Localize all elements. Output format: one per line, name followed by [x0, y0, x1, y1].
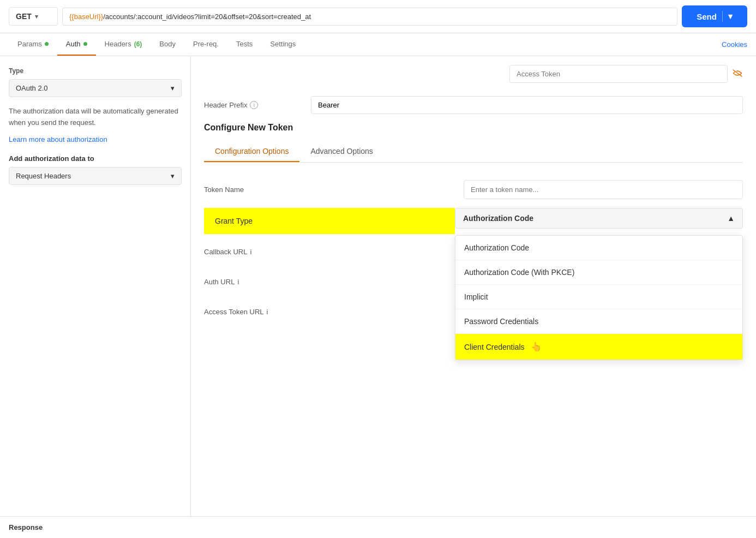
body-label: Body: [159, 40, 176, 48]
callback-url-info-icon[interactable]: i: [250, 248, 251, 256]
access-token-url-label: Access Token URL i: [204, 303, 455, 316]
access-token-input[interactable]: [509, 65, 728, 83]
url-path: /accounts/:account_id/videos?limit=20&of…: [103, 13, 311, 21]
dropdown-item-auth-code-pkce[interactable]: Authorization Code (With PKCE): [455, 260, 742, 285]
grant-type-select[interactable]: Authorization Code ▲: [455, 208, 743, 229]
add-auth-chevron-icon: ▾: [171, 172, 175, 180]
tabs-bar: Params Auth Headers (6) Body Pre-req. Te…: [0, 33, 756, 56]
tab-body[interactable]: Body: [151, 33, 184, 56]
auth-dot: [83, 42, 87, 46]
cookies-link[interactable]: Cookies: [722, 40, 747, 49]
dropdown-item-implicit[interactable]: Implicit: [455, 285, 742, 309]
header-prefix-input[interactable]: [311, 96, 743, 114]
tab-headers[interactable]: Headers (6): [96, 33, 151, 56]
configure-title: Configure New Token: [204, 123, 743, 133]
header-prefix-row: Header Prefix i: [204, 92, 743, 123]
response-label: Response: [9, 523, 43, 531]
dropdown-item-auth-code[interactable]: Authorization Code: [455, 236, 742, 260]
send-button[interactable]: Send ▾: [682, 5, 747, 27]
cursor-hand-icon: 👆: [531, 342, 542, 351]
dropdown-item-password-credentials[interactable]: Password Credentials: [455, 309, 742, 334]
tab-configuration-options[interactable]: Configuration Options: [204, 141, 299, 162]
send-label: Send: [697, 12, 717, 21]
auth-url-label: Auth URL i: [204, 273, 455, 286]
auth-label: Auth: [66, 40, 81, 48]
type-select[interactable]: OAuth 2.0 ▾: [9, 79, 182, 97]
callback-url-label: Callback URL i: [204, 243, 455, 256]
url-base: {{baseUrl}}: [69, 13, 103, 21]
tab-tests[interactable]: Tests: [227, 33, 261, 56]
response-bar: Response: [0, 516, 756, 538]
token-name-label: Token Name: [204, 186, 455, 194]
right-panel: Header Prefix i Configure New Token Conf…: [191, 56, 756, 531]
tab-settings[interactable]: Settings: [261, 33, 304, 56]
tab-advanced-options[interactable]: Advanced Options: [299, 141, 383, 162]
add-auth-value: Request Headers: [16, 172, 71, 180]
type-chevron-icon: ▾: [171, 84, 175, 92]
params-dot: [45, 42, 49, 46]
url-bar: GET ▾ {{baseUrl}}/accounts/:account_id/v…: [0, 0, 756, 33]
tab-auth[interactable]: Auth: [57, 33, 96, 56]
grant-type-dropdown-container: Authorization Code ▲ Authorization Code …: [455, 208, 743, 234]
prereq-label: Pre-req.: [193, 40, 219, 48]
config-options-label: Configuration Options: [215, 147, 289, 156]
auth-description: The authorization data will be automatic…: [9, 106, 182, 129]
token-name-input[interactable]: [464, 180, 743, 199]
add-auth-select[interactable]: Request Headers ▾: [9, 167, 182, 185]
method-select[interactable]: GET ▾: [9, 7, 58, 26]
advanced-options-label: Advanced Options: [310, 147, 373, 156]
main-content: Type OAuth 2.0 ▾ The authorization data …: [0, 56, 756, 531]
params-label: Params: [17, 40, 42, 48]
type-label: Type: [9, 67, 182, 75]
header-prefix-info-icon[interactable]: i: [250, 101, 258, 109]
grant-type-value: Authorization Code: [463, 214, 533, 223]
send-divider: [722, 11, 723, 22]
learn-more-link[interactable]: Learn more about authorization: [9, 135, 182, 144]
method-label: GET: [16, 12, 32, 21]
left-sidebar: Type OAuth 2.0 ▾ The authorization data …: [0, 56, 191, 531]
auth-url-info-icon[interactable]: i: [237, 278, 239, 286]
header-prefix-label: Header Prefix i: [204, 101, 302, 109]
config-tabs: Configuration Options Advanced Options: [204, 141, 743, 163]
tab-params[interactable]: Params: [9, 33, 57, 56]
send-chevron-icon: ▾: [728, 11, 733, 21]
token-name-row: Token Name: [204, 174, 743, 206]
tab-prereq[interactable]: Pre-req.: [184, 33, 227, 56]
grant-type-row: Grant Type Authorization Code ▲ Authoriz…: [204, 208, 743, 234]
settings-label: Settings: [270, 40, 296, 48]
method-chevron-icon: ▾: [35, 13, 38, 20]
eye-slash-icon[interactable]: [732, 69, 743, 80]
type-value: OAuth 2.0: [16, 84, 48, 92]
tests-label: Tests: [236, 40, 253, 48]
grant-type-dropdown-menu: Authorization Code Authorization Code (W…: [455, 235, 743, 360]
headers-badge: (6): [134, 40, 142, 48]
add-auth-label: Add authorization data to: [9, 154, 182, 163]
grant-type-label: Grant Type: [204, 208, 455, 234]
access-token-url-info-icon[interactable]: i: [267, 308, 268, 316]
url-display[interactable]: {{baseUrl}}/accounts/:account_id/videos?…: [62, 8, 677, 26]
grant-type-chevron-icon: ▲: [727, 214, 735, 223]
headers-label: Headers: [105, 40, 131, 48]
dropdown-item-client-credentials[interactable]: Client Credentials 👆: [455, 334, 742, 360]
access-token-row: [204, 65, 743, 83]
